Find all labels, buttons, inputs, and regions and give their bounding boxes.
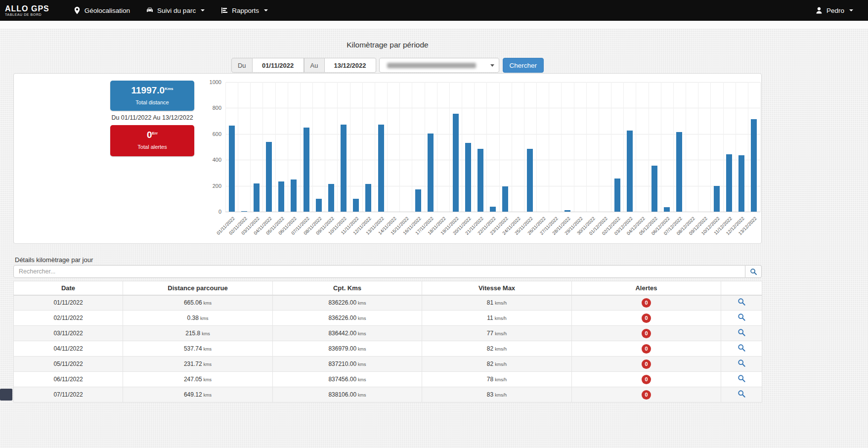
chart-bar-19-11-2022 xyxy=(453,114,459,212)
row-detail-search-button[interactable] xyxy=(738,344,746,352)
y-axis-tick-label: 0 xyxy=(204,209,221,215)
redacted-vehicle-name xyxy=(387,63,476,68)
chart-bar-25-11-2022 xyxy=(527,149,533,212)
cell-action xyxy=(721,311,762,326)
chart-bar-02-12-2022 xyxy=(614,179,620,212)
chart-bar-17-11-2022 xyxy=(428,134,434,212)
cell-cpt: 837210.00kms xyxy=(273,357,422,372)
cell-vmax: 78kms/h xyxy=(422,372,572,387)
row-detail-search-button[interactable] xyxy=(738,313,746,321)
chart-gridline xyxy=(462,82,462,212)
chart-bar-09-11-2022 xyxy=(328,184,334,212)
chart-bar-11-11-2022 xyxy=(353,199,359,212)
user-menu[interactable]: Pedro xyxy=(807,0,861,21)
chart-gridline xyxy=(512,82,512,212)
cell-cpt: 838106.00kms xyxy=(273,387,422,403)
row-detail-search-button[interactable] xyxy=(738,328,746,337)
chart-gridline xyxy=(225,212,760,212)
search-icon xyxy=(738,313,746,321)
alerts-badge: 0 xyxy=(642,344,651,354)
nav-item-label: Géolocalisation xyxy=(85,7,130,14)
brand-subtitle: TABLEAU DE BORD xyxy=(5,13,49,16)
row-detail-search-button[interactable] xyxy=(738,298,746,306)
table-row: 05/11/2022 231.72kms 837210.00kms 82kms/… xyxy=(14,357,762,372)
alerts-badge: 0 xyxy=(642,298,651,308)
table-search-group xyxy=(13,265,762,278)
chart-bar-12-12-2022 xyxy=(738,155,744,212)
cell-action xyxy=(721,341,762,357)
cell-alerts: 0 xyxy=(572,387,721,403)
alerts-badge: 0 xyxy=(642,375,651,384)
chart-bar-07-11-2022 xyxy=(304,128,309,212)
total-alerts-label: Total alertes xyxy=(110,140,194,154)
table-header-row: Date Distance parcourue Cpt. Kms Vitesse… xyxy=(14,281,762,295)
chercher-button[interactable]: Chercher xyxy=(503,58,544,73)
period-range-text: Du 01/11/2022 Au 13/12/2022 xyxy=(83,114,221,121)
row-detail-search-button[interactable] xyxy=(738,374,746,383)
total-distance-label: Total distance xyxy=(110,96,194,110)
chart-bar-08-11-2022 xyxy=(316,199,322,212)
row-detail-search-button[interactable] xyxy=(738,390,746,398)
chart-gridline xyxy=(760,82,761,212)
chart-bar-06-12-2022 xyxy=(664,207,670,212)
brand-title: ALLO GPS xyxy=(5,4,49,13)
chart-gridline xyxy=(275,82,276,212)
col-vitesse-max: Vitesse Max xyxy=(422,281,572,295)
distance-unit: Kms xyxy=(165,87,173,91)
table-row: 06/11/2022 247.05kms 837456.00kms 78kms/… xyxy=(14,372,762,387)
nav-item-rapports[interactable]: Rapports xyxy=(213,0,276,21)
search-icon xyxy=(738,359,746,367)
col-alertes: Alertes xyxy=(572,281,721,295)
chevron-down-icon xyxy=(849,9,853,11)
cell-alerts: 0 xyxy=(572,311,721,326)
chart-gridline xyxy=(524,82,524,212)
user-name: Pedro xyxy=(826,7,844,14)
chart-gridline xyxy=(561,82,562,212)
page-title: Kilomètrage par période xyxy=(13,41,762,49)
cell-date: 04/11/2022 xyxy=(14,341,123,357)
chart-bar-01-11-2022 xyxy=(229,126,235,212)
cell-distance: 247.05kms xyxy=(123,372,273,387)
chart-gridline xyxy=(312,82,313,212)
chart-gridline xyxy=(736,82,736,212)
chevron-down-icon xyxy=(201,9,205,11)
date-from-input[interactable] xyxy=(253,58,304,73)
total-alerts-card: 0Err Total alertes xyxy=(110,125,194,156)
chart-gridline xyxy=(362,82,363,212)
cell-cpt: 836226.00kms xyxy=(273,295,422,311)
brand-logo[interactable]: ALLO GPS TABLEAU DE BORD xyxy=(0,4,56,16)
cell-vmax: 83kms/h xyxy=(422,387,572,403)
chart-gridline xyxy=(649,82,649,212)
chart-bar-20-11-2022 xyxy=(465,143,471,212)
chevron-down-icon xyxy=(490,64,494,67)
cell-date: 06/11/2022 xyxy=(14,372,123,387)
chart-gridline xyxy=(262,82,263,212)
chart-bar-03-12-2022 xyxy=(627,131,633,212)
chart-bar-07-12-2022 xyxy=(676,132,682,212)
chart-gridline xyxy=(486,82,487,212)
date-to-input[interactable] xyxy=(325,58,376,73)
user-icon xyxy=(815,6,823,14)
chart-gridline xyxy=(710,82,711,212)
cell-vmax: 82kms/h xyxy=(422,341,572,357)
search-icon xyxy=(738,390,746,398)
chart-bar-03-11-2022 xyxy=(254,183,260,212)
chevron-down-icon xyxy=(264,9,268,11)
search-icon xyxy=(738,328,746,337)
search-button[interactable] xyxy=(745,265,762,278)
nav-item-geolocalisation[interactable]: Géolocalisation xyxy=(65,0,138,21)
au-label: Au xyxy=(304,58,325,73)
table-row: 07/11/2022 649.12kms 838106.00kms 83kms/… xyxy=(14,387,762,403)
chart-gridline xyxy=(549,82,549,212)
vehicle-select[interactable] xyxy=(379,58,499,73)
row-detail-search-button[interactable] xyxy=(738,359,746,367)
chart-bar-05-12-2022 xyxy=(651,166,657,212)
nav-item-suivi-du-parc[interactable]: Suivi du parc xyxy=(138,0,213,21)
period-filter-bar: Du Au Chercher xyxy=(13,58,762,73)
chart-gridline xyxy=(412,82,412,212)
chart-gridline xyxy=(225,108,760,108)
chart-bar-10-12-2022 xyxy=(714,186,720,212)
col-distance: Distance parcourue xyxy=(123,281,273,295)
y-axis-tick-label: 1000 xyxy=(204,79,221,85)
search-input[interactable] xyxy=(13,265,745,278)
